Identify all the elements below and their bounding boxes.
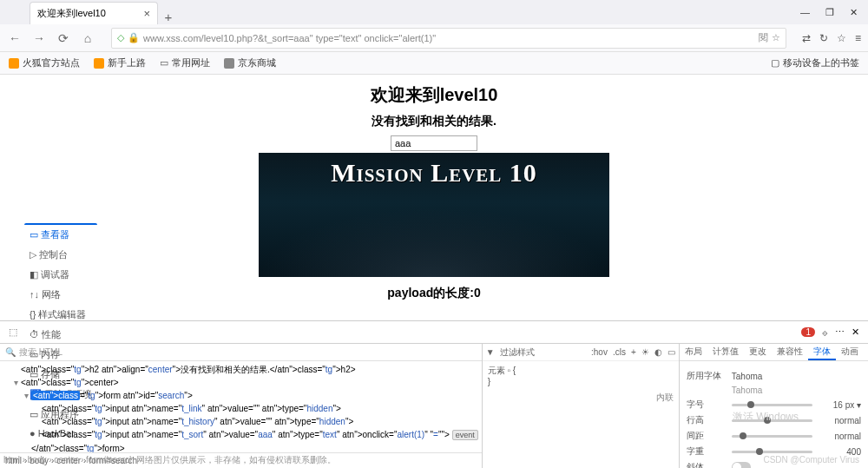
right-tab[interactable]: 字体 [808, 344, 836, 360]
error-badge[interactable]: 1 [801, 327, 815, 337]
html-node[interactable]: <atn">class="tg">input atn">name="t_hist… [3, 415, 478, 428]
devtools-tab[interactable]: ↑↓ 网络 [24, 285, 97, 305]
hero-text: Mission Level 10 [331, 158, 537, 188]
url-text: www.xss.com/level10.php?&t_sort=aaa" typ… [143, 33, 436, 43]
mobile-icon: ▢ [771, 57, 779, 69]
titlebar: 欢迎来到level10 × + — ❐ ✕ [0, 0, 868, 24]
footer-note: html › body › center › form#search 网络图片仅… [3, 454, 336, 466]
lock-icon: 🔒 [128, 32, 140, 43]
csdn-watermark: CSDN @Computer Virus [763, 455, 859, 465]
slider[interactable] [732, 435, 812, 438]
filter-icon: ▼ [486, 347, 495, 357]
font-setting-row: 字号16 px ▾ [687, 399, 861, 411]
hov-button[interactable]: :hov [591, 347, 608, 357]
site-icon [224, 58, 234, 69]
html-panel: 🔍 搜索 HTML <atn">class="tg">h2 atn">align… [0, 344, 483, 468]
font-setting-row: 间距normal [687, 430, 861, 442]
devtools-tab[interactable]: ⏱ 性能 [24, 325, 97, 345]
html-node[interactable]: ▾<atn">class="tg">center> [3, 376, 478, 389]
devtools-tab[interactable]: ◧ 调试器 [24, 265, 97, 285]
html-node[interactable]: <atn">class="tg">input atn">name="t_link… [3, 402, 478, 415]
toolbar-icon-1[interactable]: ⇄ [802, 32, 811, 44]
bookmark-star-icon[interactable]: ☆ [772, 32, 780, 43]
toolbar-icon-3[interactable]: ☆ [837, 32, 846, 44]
folder-icon: ▭ [160, 57, 168, 69]
slider[interactable] [732, 451, 812, 453]
devtools-more-icon[interactable]: ⋯ [835, 326, 845, 338]
cls-button[interactable]: .cls [613, 347, 626, 357]
slider[interactable] [732, 404, 812, 406]
bookmark-item[interactable]: 京东商城 [224, 56, 276, 69]
shield-icon: ◇ [117, 32, 124, 43]
back-button[interactable]: ← [7, 31, 23, 45]
devtools-tab[interactable]: {} 样式编辑器 [24, 305, 97, 325]
devtools: ⬚ ▭ 查看器▷ 控制台◧ 调试器↑↓ 网络{} 样式编辑器⏱ 性能▭ 内存▭ … [0, 320, 868, 468]
forward-button[interactable]: → [31, 31, 47, 45]
bookmark-item[interactable]: 新手上路 [94, 56, 146, 69]
payload-length: payload的长度:0 [0, 286, 868, 301]
devtools-tab[interactable]: ▷ 控制台 [24, 245, 97, 265]
filter-styles[interactable]: 过滤样式 [500, 346, 535, 359]
print-icon[interactable]: ▭ [667, 347, 675, 357]
browser-tab[interactable]: 欢迎来到level10 × [30, 2, 158, 24]
toolbar-icon-2[interactable]: ↻ [819, 32, 828, 44]
right-tab[interactable]: 计算值 [707, 344, 744, 360]
firefox-icon [94, 58, 104, 69]
devtools-tab[interactable]: ▭ 查看器 [24, 223, 97, 245]
html-node[interactable]: </atn">class="tg">form> [3, 442, 478, 452]
devtools-settings-icon[interactable]: ⟐ [822, 327, 828, 338]
html-node[interactable]: <atn">class="tg">input atn">name="t_sort… [3, 428, 478, 442]
rule-element: 元素 ▫ { [488, 365, 674, 377]
right-tab[interactable]: 布局 [680, 344, 707, 360]
reader-icon[interactable]: 閱 [759, 31, 768, 44]
font-name: Tahoma [732, 372, 763, 381]
right-tab[interactable]: 兼容性 [772, 344, 808, 360]
add-rule-button[interactable]: + [631, 347, 636, 357]
windows-watermark: 激活 Windows [733, 410, 799, 425]
font-used-label: 所用字体 [687, 370, 727, 382]
tab-title: 欢迎来到level10 [37, 7, 106, 20]
rule-close: } [488, 377, 674, 386]
right-panel: 布局计算值更改兼容性字体动画 所用字体Tahoma Tahoma 字号16 px… [680, 344, 868, 468]
new-tab-button[interactable]: + [158, 10, 179, 24]
mobile-bookmarks-button[interactable]: ▢移动设备上的书签 [771, 56, 859, 69]
page-subtitle: 没有找到和相关的结果. [0, 114, 868, 129]
close-window-button[interactable]: ✕ [850, 7, 858, 18]
home-button[interactable]: ⌂ [80, 31, 95, 45]
devtools-close-icon[interactable]: ✕ [852, 326, 859, 338]
toolbar: ← → ⟳ ⌂ ◇ 🔒 www.xss.com/level10.php?&t_s… [0, 24, 868, 52]
close-tab-icon[interactable]: × [143, 7, 150, 20]
t-sort-input[interactable] [391, 135, 477, 151]
devtools-tabbar: ⬚ ▭ 查看器▷ 控制台◧ 调试器↑↓ 网络{} 样式编辑器⏱ 性能▭ 内存▭ … [0, 321, 868, 344]
hero-image: Mission Level 10 [259, 153, 609, 277]
html-node[interactable]: ▾<atn">class="tg">form atn">id="search"> [3, 389, 478, 402]
light-icon[interactable]: ☀ [641, 347, 649, 357]
rule-source: 内联 [483, 390, 679, 405]
dark-icon[interactable]: ◐ [654, 347, 662, 357]
address-bar[interactable]: ◇ 🔒 www.xss.com/level10.php?&t_sort=aaa"… [111, 28, 786, 49]
html-tree[interactable]: <atn">class="tg">h2 atn">align="center">… [0, 361, 482, 452]
minimize-button[interactable]: — [800, 7, 810, 17]
bookmark-item[interactable]: ▭常用网址 [160, 56, 210, 69]
bookmark-item[interactable]: 火狐官方站点 [9, 56, 80, 69]
page-title: 欢迎来到level10 [0, 83, 868, 107]
menu-button[interactable]: ≡ [855, 32, 861, 44]
italic-toggle[interactable] [732, 462, 751, 468]
page-content: 欢迎来到level10 没有找到和相关的结果. Mission Level 10… [0, 75, 868, 320]
html-node[interactable]: <atn">class="tg">h2 atn">align="center">… [3, 363, 478, 376]
inspector-pick-icon[interactable]: ⬚ [3, 323, 23, 341]
right-tab[interactable]: 更改 [744, 344, 772, 360]
right-tab[interactable]: 动画 [836, 344, 864, 360]
styles-panel: ▼ 过滤样式 :hov .cls + ☀ ◐ ▭ 元素 ▫ { } 内联 [483, 344, 680, 468]
font-sub: Tahoma [732, 386, 763, 395]
reload-button[interactable]: ⟳ [56, 31, 71, 45]
firefox-icon [9, 58, 19, 69]
html-search[interactable]: 🔍 搜索 HTML [0, 344, 482, 361]
maximize-button[interactable]: ❐ [825, 7, 834, 18]
bookmark-bar: 火狐官方站点 新手上路 ▭常用网址 京东商城 ▢移动设备上的书签 [0, 52, 868, 75]
